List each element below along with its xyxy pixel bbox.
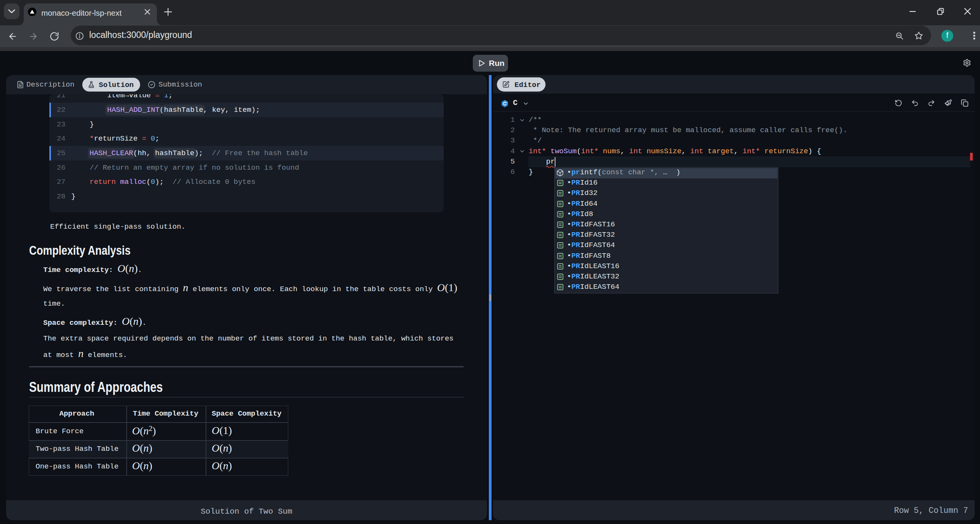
svg-text:C: C bbox=[503, 101, 507, 106]
